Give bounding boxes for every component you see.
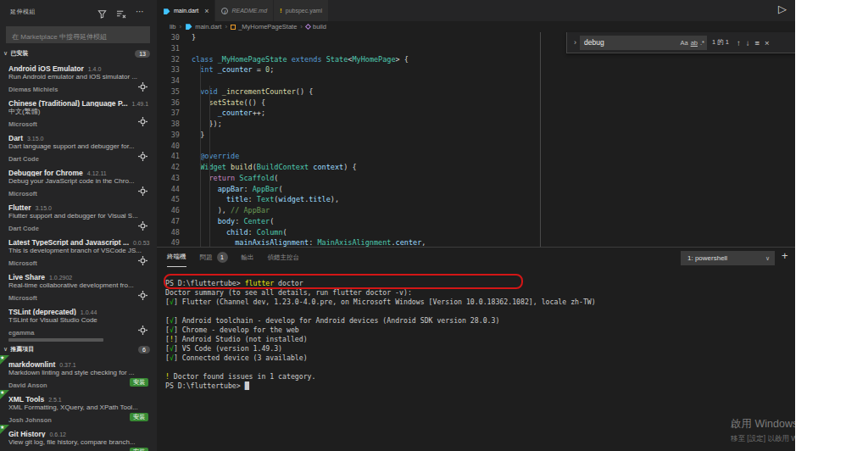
watermark-line2: 移至 [設定] 以啟用 W (731, 434, 795, 444)
code-text: void _incrementCounter() { (192, 86, 313, 97)
match-case-icon[interactable]: Aa (680, 39, 687, 47)
find-prev-icon[interactable]: ↑ (737, 38, 741, 47)
gear-icon[interactable] (138, 221, 148, 231)
gear-icon[interactable] (138, 256, 148, 266)
method-icon (305, 24, 311, 30)
extension-version: 0.37.1 (59, 362, 75, 368)
indent-guide (200, 64, 201, 247)
extension-item[interactable]: Debugger for Chrome4.12.11Debug your Jav… (0, 164, 157, 198)
code-line: 49 mainAxisAlignment: MainAxisAlignment.… (157, 237, 795, 247)
extension-item[interactable]: Dart3.15.0Dart language support and debu… (0, 129, 157, 164)
filter-icon[interactable] (96, 7, 108, 19)
section-label: 推薦項目 (10, 345, 34, 354)
terminal-shell-select[interactable]: 1: powershell ∨ (681, 251, 775, 265)
breadcrumb-item[interactable]: _MyHomePageState (231, 23, 297, 31)
code-line: 39 } (157, 130, 795, 141)
token: int (200, 65, 213, 74)
terminal-line: PS D:\fluttertube> flutter doctor (165, 279, 792, 288)
whole-word-icon[interactable]: ab (691, 39, 698, 47)
extension-title-row: Android iOS Emulator1.4.0 (8, 62, 150, 72)
editor-tab-main-dart[interactable]: main.dart× (157, 0, 215, 21)
code-line: 42 Widget build(BuildContext context) { (157, 162, 795, 173)
token: ; (270, 65, 274, 74)
panel-tab-問題[interactable]: 問題1 (200, 248, 228, 267)
terminal[interactable]: PS D:\fluttertube> flutter doctorDoctor … (165, 279, 792, 451)
editor-tab-README-md[interactable]: iREADME.md (215, 0, 274, 21)
extension-item[interactable]: ★XML Tools2.5.1XML Formatting, XQuery, a… (0, 390, 157, 425)
extension-version: 0.0.53 (133, 240, 149, 246)
breadcrumb-item[interactable]: lib (170, 23, 176, 31)
gear-icon[interactable] (138, 187, 148, 197)
install-button[interactable]: 安裝 (130, 413, 148, 421)
extension-item[interactable]: Latest TypeScript and Javascript ...0.0.… (0, 233, 157, 268)
code-line: 32class _MyHomePageState extends State<M… (157, 54, 795, 65)
breadcrumb-label: _MyHomePageState (238, 23, 297, 31)
find-next-icon[interactable]: ↓ (746, 38, 750, 47)
extension-name: TSLint (deprecated) (8, 308, 76, 315)
regex-icon[interactable]: .* (700, 39, 704, 47)
new-terminal-icon[interactable]: + (782, 249, 788, 262)
panel-tab-偵錯主控台[interactable]: 偵錯主控台 (268, 248, 300, 267)
extension-footer-row: Diemas Michiels (8, 82, 150, 92)
extension-publisher: Josh Johnson (8, 416, 52, 424)
extension-item[interactable]: Flutter3.15.0Flutter support and debugge… (0, 198, 157, 233)
token: Scaffold (239, 174, 274, 182)
gear-icon[interactable] (138, 291, 148, 301)
code-text: }); (192, 119, 222, 130)
close-icon[interactable]: × (204, 7, 209, 15)
extension-item[interactable]: ★Git History0.6.12View git log, file his… (0, 425, 157, 451)
token: ) { (343, 163, 356, 171)
extension-item[interactable]: Android iOS Emulator1.4.0Run Android emu… (0, 59, 157, 94)
gear-icon[interactable] (138, 152, 148, 162)
token: ( (278, 185, 282, 193)
code-text: } (192, 32, 196, 43)
section-header[interactable]: ∨已安裝13 (0, 47, 157, 59)
gear-icon[interactable] (138, 326, 148, 336)
extension-title-row: XML Tools2.5.1 (8, 393, 150, 403)
editor-tab-pubspec-yaml[interactable]: !pubspec.yaml (274, 0, 329, 21)
extension-description: Real-time collaborative development fro.… (8, 281, 150, 291)
line-number: 30 (157, 32, 180, 43)
line-number: 34 (157, 75, 180, 86)
star-icon: ★ (0, 424, 4, 430)
token (192, 217, 218, 226)
breadcrumb-item[interactable]: build (306, 23, 326, 31)
extensions-search (6, 26, 150, 43)
terminal-token: PS D:\fluttertube> (165, 279, 245, 287)
sidebar-title: 延伸模組 (10, 0, 36, 24)
extension-item[interactable]: TSLint (deprecated)1.0.44TSLint for Visu… (0, 303, 157, 337)
install-button[interactable]: 安裝 (130, 378, 148, 387)
editor-group: main.dart×iREADME.md!pubspec.yaml ▷ lib›… (157, 0, 795, 247)
line-number: 41 (157, 151, 180, 162)
line-number: 44 (157, 184, 180, 195)
code-line: 34 (157, 75, 795, 86)
gear-icon[interactable] (138, 82, 148, 92)
clear-all-icon[interactable] (115, 7, 127, 19)
install-button[interactable]: 安裝 (130, 448, 148, 451)
find-input[interactable] (582, 37, 677, 47)
extension-item[interactable]: Live Share1.0.2902Real-time collaborativ… (0, 268, 157, 303)
extension-version: 3.15.0 (35, 205, 51, 211)
run-icon[interactable]: ▷ (778, 3, 787, 15)
find-close-icon[interactable]: × (765, 38, 770, 47)
gear-icon[interactable] (138, 117, 148, 127)
breadcrumb-separator: › (180, 23, 182, 31)
token: widget (278, 195, 304, 203)
more-actions-icon[interactable]: ⋯ (134, 7, 146, 19)
code-editor[interactable]: 30}3132class _MyHomePageState extends St… (157, 32, 795, 247)
panel-tab-終端機[interactable]: 終端機 (167, 248, 186, 267)
terminal-line: [√] Android toolchain - develop for Andr… (165, 316, 792, 326)
extension-version: 1.4.0 (88, 66, 102, 72)
code-line: 36 setState(() { (157, 97, 795, 109)
find-expand-icon[interactable]: › (574, 38, 576, 47)
breadcrumb-item[interactable]: main.dart (185, 23, 221, 31)
extension-item[interactable]: ★markdownlint0.37.1Markdown linting and … (0, 355, 157, 390)
extension-title-row: Debugger for Chrome4.12.11 (8, 166, 150, 176)
find-in-selection-icon[interactable]: ≡ (755, 38, 760, 47)
extensions-search-input[interactable] (7, 30, 157, 45)
panel-tab-輸出[interactable]: 輸出 (242, 248, 254, 267)
section-header[interactable]: ∨推薦項目6 (0, 343, 157, 355)
breadcrumb: lib›main.dart›_MyHomePageState›build (157, 21, 795, 32)
token: : (248, 228, 257, 237)
extension-item[interactable]: Chinese (Traditional) Language P...1.49.… (0, 94, 157, 129)
